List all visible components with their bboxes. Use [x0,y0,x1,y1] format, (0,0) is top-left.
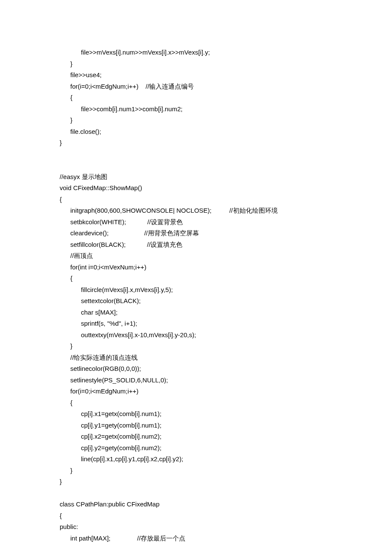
code-line: setfillcolor(BLACK); //设置填充色 [60,239,332,251]
code-line: } [60,137,332,149]
code-line: for(i=0;i<mEdgNum;i++) [60,386,332,397]
code-line: file.close(); [60,126,332,138]
code-line: { [60,273,332,284]
code-line [60,488,332,499]
code-line: setlinecolor(RGB(0,0,0)); [60,363,332,375]
code-line: file>>mVexs[i].num>>mVexs[i].x>>mVexs[i]… [60,47,332,58]
code-line: settextcolor(BLACK); [60,295,332,307]
code-line: class CPathPlan:public CFixedMap [60,499,332,510]
code-line: //给实际连通的顶点连线 [60,352,332,364]
code-line: } [60,115,332,126]
code-line: { [60,397,332,409]
code-line: char s[MAX]; [60,307,332,318]
code-line: //画顶点 [60,250,332,262]
code-line: int path[MAX]; //存放最后一个点 [60,533,332,544]
code-line: cp[i].x1=getx(comb[i].num1); [60,408,332,420]
code-line: } [60,341,332,352]
document-page: file>>mVexs[i].num>>mVexs[i].x>>mVexs[i]… [0,0,392,555]
code-line: { [60,92,332,104]
code-line: //easyx 显示地图 [60,171,332,183]
code-line: outtextxy(mVexs[i].x-10,mVexs[i].y-20,s)… [60,330,332,341]
code-line: { [60,194,332,205]
code-line: fillcircle(mVexs[i].x,mVexs[i].y,5); [60,284,332,296]
code-line: public: [60,521,332,533]
code-line: cp[i].y2=gety(comb[i].num2); [60,442,332,454]
code-line: } [60,476,332,488]
code-line: file>>comb[i].num1>>comb[i].num2; [60,104,332,115]
code-line: void CFixedMap::ShowMap() [60,182,332,194]
code-line: for(int i=0;i<mVexNum;i++) [60,262,332,273]
code-line: cp[i].x2=getx(comb[i].num2); [60,431,332,442]
code-line: initgraph(800,600,SHOWCONSOLE| NOCLOSE);… [60,205,332,217]
code-line: sprintf(s, "%d", i+1); [60,318,332,330]
code-line: setbkcolor(WHITE); //设置背景色 [60,217,332,228]
code-line [60,149,332,160]
code-line: } [60,465,332,477]
code-line: { [60,510,332,522]
code-line: for(i=0;i<mEdgNum;i++) //输入连通点编号 [60,81,332,92]
code-line: file>>use4; [60,69,332,81]
code-line: cleardevice(); //用背景色清空屏幕 [60,228,332,239]
code-line: setlinestyle(PS_SOLID,6,NULL,0); [60,375,332,386]
code-line [60,160,332,171]
code-line: cp[i].y1=gety(comb[i].num1); [60,420,332,431]
code-line: line(cp[i].x1,cp[i].y1,cp[i].x2,cp[i].y2… [60,454,332,465]
code-line: } [60,58,332,70]
